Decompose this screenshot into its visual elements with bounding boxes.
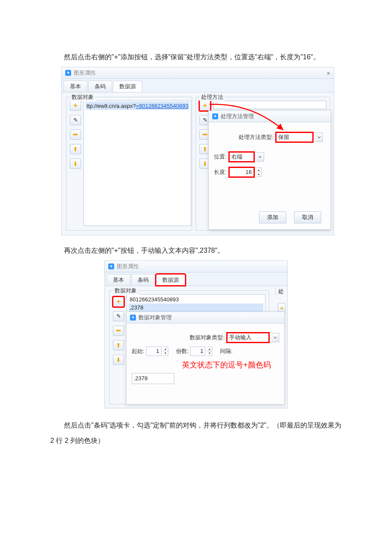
copies-field[interactable]: 1 (190, 347, 205, 356)
plus-icon: ＋ (202, 101, 208, 110)
type-field[interactable]: 保留 (276, 133, 313, 142)
method-manage-popup: 处理方法管理 处理方法类型: 保留 位置: 右端 (208, 110, 331, 230)
start-spinner[interactable]: ▲▼ (163, 347, 168, 356)
paragraph-2: 再次点击左侧的"+"按钮，手动输入文本内容",2378"。 (50, 243, 342, 259)
type-label: 数据对象类型: (190, 334, 225, 341)
tab-barcode[interactable]: 条码 (131, 274, 155, 286)
popup-title-bar: 处理方法管理 (209, 111, 331, 122)
remove-button[interactable]: ━ (70, 130, 81, 140)
figure-1: 图形属性 × 基本 条码 数据源 数据对象 ＋ ✎ ━ ⬆ (61, 67, 342, 235)
data-object-legend: 数据对象 (113, 287, 138, 295)
list-item[interactable]: ttp://ew8.cn/a.aspx?=8012662345540893 (86, 102, 189, 110)
data-object-manage-popup: 数据对象管理 数据对象类型: 手动输入 起始: 1 (126, 312, 285, 405)
down-arrow-icon: ⬇ (202, 160, 208, 167)
figure-2: 图形属性 基本 条码 数据源 数据对象 ＋ ✎ ━ ⬆ ⬇ (50, 260, 342, 408)
window-title-bar: 图形属性 (105, 261, 287, 272)
popup-title: 处理方法管理 (221, 113, 254, 120)
start-label: 起始: (132, 347, 144, 355)
pencil-icon: ✎ (203, 117, 208, 123)
popup-cancel-button[interactable]: 取消 (294, 211, 321, 223)
left-side-buttons: ＋ ✎ ━ ⬆ ⬇ (70, 101, 81, 226)
remove-button[interactable]: ━ (113, 326, 124, 336)
data-object-list[interactable]: ttp://ew8.cn/a.aspx?=8012662345540893 (84, 101, 191, 226)
plus-icon: ＋ (72, 101, 79, 110)
type-dropdown-button[interactable] (315, 133, 323, 142)
type-dropdown-button[interactable] (271, 333, 279, 342)
window-title: 图形属性 (117, 263, 139, 270)
tab-basic[interactable]: 基本 (63, 81, 87, 92)
up-arrow-icon: ⬆ (116, 342, 121, 349)
paragraph-3: 然后点击"条码"选项卡，勾选"定制"前的对钩，并将行列数都改为"2"。（即最后的… (50, 418, 342, 449)
length-label: 长度: (214, 168, 227, 176)
popup-add-button[interactable]: 添加 (259, 211, 286, 223)
move-up-button[interactable]: ⬆ (113, 340, 124, 350)
method-legend: 处理方法 (199, 93, 225, 101)
down-arrow-icon: ⬇ (73, 160, 78, 167)
up-arrow-icon: ⬆ (202, 146, 208, 153)
spinner-up-icon: ▲ (207, 347, 212, 352)
move-down-button[interactable]: ⬇ (113, 355, 124, 365)
spinner-up-icon: ▲ (257, 168, 261, 173)
data-object-legend: 数据对象 (70, 93, 95, 101)
app-icon (65, 70, 71, 76)
manual-input-field[interactable]: ,2378 (132, 373, 174, 384)
spinner-down-icon: ▼ (257, 172, 261, 176)
window-title-bar: 图形属性 × (62, 67, 334, 79)
copies-spinner[interactable]: ▲▼ (207, 347, 212, 356)
chevron-down-icon (274, 336, 277, 339)
plus-icon: ＋ (115, 297, 122, 306)
chevron-down-icon (317, 136, 321, 139)
start-field[interactable]: 1 (146, 347, 161, 356)
minus-icon: ━ (116, 329, 121, 333)
close-icon[interactable]: × (327, 70, 330, 77)
position-field[interactable]: 右端 (229, 152, 254, 162)
method-add-button[interactable]: ＋ (199, 101, 210, 111)
position-label: 位置: (214, 153, 227, 161)
tab-datasource[interactable]: 数据源 (113, 81, 142, 92)
list-item[interactable]: 8012662345540893 (129, 295, 263, 304)
app-icon (130, 315, 136, 321)
list-item[interactable]: ,2378 (129, 304, 263, 312)
pencil-icon: ✎ (116, 313, 121, 319)
tabs: 基本 条码 数据源 (62, 79, 334, 92)
data-object-list[interactable]: 8012662345540893 ,2378 (127, 294, 265, 314)
pencil-icon: ✎ (73, 117, 78, 123)
method-list[interactable] (213, 101, 326, 109)
left-side-buttons: ＋ ✎ ━ ⬆ ⬇ (113, 294, 124, 369)
chevron-down-icon (258, 155, 262, 159)
annotation-note: 英文状态下的逗号+颜色码 (182, 359, 284, 371)
tab-basic[interactable]: 基本 (107, 274, 130, 286)
minus-icon: ━ (73, 133, 78, 137)
window-title: 图形属性 (74, 69, 96, 77)
type-field[interactable]: 手动输入 (227, 333, 269, 342)
move-up-button[interactable]: ⬆ (70, 144, 81, 154)
tabs: 基本 条码 数据源 (105, 272, 287, 286)
minus-icon: ━ (203, 133, 207, 137)
copies-label: 份数: (176, 347, 189, 355)
paragraph-1: 然后点击右侧的"+"添加按钮，选择"保留"处理方法类型，位置选"右端"，长度为"… (50, 49, 342, 65)
type-label: 处理方法类型: (239, 133, 274, 141)
truncated-legend: 处 (275, 288, 285, 295)
list-item-prefix: ttp://ew8.cn/a.aspx? (86, 103, 136, 109)
popup-title-bar: 数据对象管理 (127, 312, 284, 324)
gap-label: 间隔: (220, 347, 233, 355)
position-dropdown-button[interactable] (257, 152, 264, 162)
move-down-button[interactable]: ⬇ (70, 159, 81, 169)
tab-datasource[interactable]: 数据源 (156, 274, 185, 286)
length-field[interactable]: 16 (229, 168, 254, 177)
app-icon (108, 263, 114, 269)
popup-title: 数据对象管理 (138, 314, 172, 321)
edit-button[interactable]: ✎ (70, 115, 81, 125)
edit-button[interactable]: ✎ (113, 311, 124, 321)
list-item-link: =8012662345540893 (136, 103, 188, 109)
add-button[interactable]: ＋ (113, 297, 124, 307)
spinner-down-icon: ▼ (163, 351, 168, 356)
tab-barcode[interactable]: 条码 (88, 81, 112, 92)
up-arrow-icon: ⬆ (73, 146, 78, 153)
length-spinner[interactable]: ▲▼ (257, 168, 262, 177)
app-icon (212, 113, 218, 119)
spinner-down-icon: ▼ (207, 351, 212, 356)
add-button[interactable]: ＋ (70, 101, 81, 111)
spinner-up-icon: ▲ (163, 347, 168, 352)
plus-icon: ＋ (279, 304, 285, 312)
